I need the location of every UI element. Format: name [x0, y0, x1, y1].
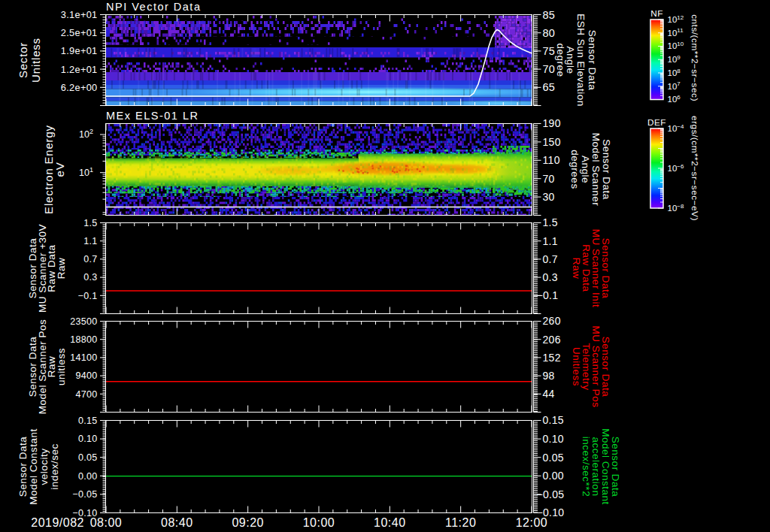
svg-text:0.05: 0.05 — [78, 452, 98, 463]
svg-text:08:00: 08:00 — [90, 516, 123, 529]
svg-text:index/sec: index/sec — [49, 443, 60, 490]
svg-text:1.1: 1.1 — [543, 235, 558, 247]
svg-text:110: 110 — [543, 154, 560, 166]
svg-text:75: 75 — [543, 45, 556, 57]
svg-text:Raw: Raw — [571, 258, 582, 280]
svg-text:0.05: 0.05 — [543, 452, 564, 464]
svg-text:23500: 23500 — [70, 316, 97, 327]
svg-text:98: 98 — [543, 370, 555, 382]
svg-text:30: 30 — [543, 191, 555, 203]
svg-text:9400: 9400 — [75, 370, 97, 381]
svg-text:11:20: 11:20 — [445, 516, 476, 529]
svg-text:260: 260 — [543, 315, 561, 327]
svg-text:44: 44 — [543, 388, 555, 400]
svg-text:1.9e+01: 1.9e+01 — [61, 45, 98, 56]
svg-text:ESH Sun Elevation: ESH Sun Elevation — [575, 14, 587, 106]
svg-text:206: 206 — [543, 334, 561, 346]
svg-text:velocity: velocity — [38, 448, 50, 485]
svg-text:0.7: 0.7 — [83, 254, 97, 264]
svg-text:Model Constant: Model Constant — [28, 428, 39, 505]
svg-text:152: 152 — [543, 352, 561, 364]
svg-text:1.2e+01: 1.2e+01 — [61, 64, 98, 75]
svg-text:1.1: 1.1 — [83, 236, 97, 246]
svg-text:4700: 4700 — [75, 389, 97, 400]
svg-text:0.10: 0.10 — [78, 434, 98, 444]
svg-text:degrees: degrees — [569, 150, 581, 189]
svg-text:degree: degree — [555, 43, 566, 77]
svg-text:18800: 18800 — [70, 334, 97, 345]
svg-text:incex/sec**2: incex/sec**2 — [581, 437, 592, 497]
svg-text:eV: eV — [53, 162, 66, 177]
svg-text:Sector: Sector — [17, 42, 29, 78]
svg-text:−0.1: −0.1 — [537, 289, 559, 301]
svg-text:MEx ELS-01 LR: MEx ELS-01 LR — [106, 110, 199, 122]
svg-text:1.5: 1.5 — [543, 216, 558, 228]
svg-text:−0.05: −0.05 — [537, 488, 565, 500]
svg-text:190: 190 — [543, 117, 561, 129]
svg-text:1.5: 1.5 — [83, 218, 97, 228]
svg-text:NF: NF — [650, 8, 663, 19]
svg-text:Unitless: Unitless — [571, 347, 582, 386]
svg-text:6.2e+00: 6.2e+00 — [61, 82, 98, 93]
svg-text:NPI Vector Data: NPI Vector Data — [106, 1, 201, 13]
svg-text:09:20: 09:20 — [232, 516, 264, 529]
svg-text:3.1e+01: 3.1e+01 — [61, 9, 98, 20]
svg-text:85: 85 — [543, 9, 556, 21]
svg-text:Sensor Data: Sensor Data — [17, 437, 29, 497]
svg-text:80: 80 — [543, 27, 556, 39]
svg-text:65: 65 — [543, 81, 556, 93]
svg-text:70: 70 — [543, 63, 556, 75]
svg-text:14100: 14100 — [70, 352, 97, 363]
svg-text:Model Scanner: Model Scanner — [590, 133, 602, 206]
svg-text:Sensor Data: Sensor Data — [587, 30, 598, 91]
svg-text:0.00: 0.00 — [543, 470, 564, 482]
svg-text:12:00: 12:00 — [516, 516, 548, 529]
svg-text:ergs/(cm**2−sr−sec−eV): ergs/(cm**2−sr−sec−eV) — [690, 116, 700, 221]
svg-text:0.3: 0.3 — [83, 272, 97, 283]
svg-text:150: 150 — [543, 136, 561, 148]
svg-text:0.10: 0.10 — [543, 433, 564, 445]
svg-text:Unitless: Unitless — [29, 38, 42, 83]
svg-text:Sensor Data: Sensor Data — [601, 139, 612, 200]
svg-text:−0.1: −0.1 — [78, 291, 98, 301]
svg-text:−0.05: −0.05 — [72, 489, 97, 500]
svg-text:unitless: unitless — [56, 348, 67, 385]
svg-text:70: 70 — [543, 173, 555, 185]
svg-text:0.00: 0.00 — [78, 471, 98, 482]
svg-text:0.15: 0.15 — [78, 416, 98, 426]
svg-text:Angle: Angle — [580, 156, 591, 183]
svg-text:10:40: 10:40 — [374, 516, 406, 529]
svg-text:10:00: 10:00 — [303, 516, 335, 529]
svg-text:0.15: 0.15 — [543, 414, 564, 426]
svg-text:0.7: 0.7 — [543, 253, 558, 265]
svg-text:Raw: Raw — [56, 258, 67, 280]
svg-text:2019/082: 2019/082 — [31, 516, 84, 529]
svg-text:DEF: DEF — [647, 117, 666, 128]
svg-text:0.3: 0.3 — [543, 271, 558, 283]
svg-text:cnts/(cm**2−sr−sec): cnts/(cm**2−sr−sec) — [690, 14, 700, 101]
svg-text:2.5e+01: 2.5e+01 — [61, 27, 98, 38]
svg-text:08:40: 08:40 — [161, 516, 193, 529]
